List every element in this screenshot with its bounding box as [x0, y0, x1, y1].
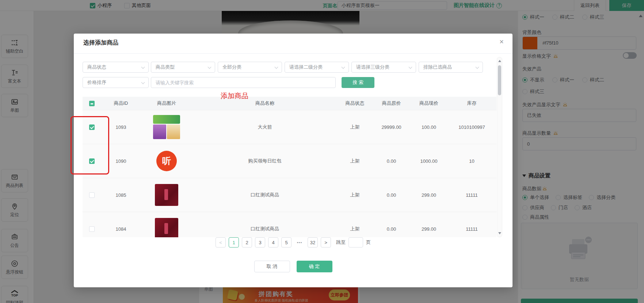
product-image	[155, 184, 178, 206]
product-logo-image: 听	[156, 151, 177, 171]
close-icon[interactable]: ×	[499, 38, 504, 45]
header-product-id: 商品ID	[101, 100, 141, 107]
level2-category-select[interactable]: 请选择二级分类	[285, 62, 349, 73]
scroll-up-icon[interactable]	[498, 60, 501, 62]
header-original-price: 商品原价	[372, 100, 411, 107]
keyword-search-input[interactable]	[151, 77, 336, 88]
page-button-3[interactable]: 3	[255, 237, 265, 248]
product-table: 商品ID 商品图片 商品名称 商品状态 商品原价 商品现价 库存 1093 大火…	[83, 97, 496, 237]
search-button[interactable]: 搜 索	[342, 77, 374, 88]
chevron-down-icon	[342, 65, 345, 69]
cancel-button[interactable]: 取 消	[254, 261, 290, 272]
table-header-row: 商品ID 商品图片 商品名称 商品状态 商品原价 商品现价 库存	[83, 97, 496, 110]
chevron-down-icon	[208, 65, 212, 69]
header-product-image: 商品图片	[141, 100, 192, 107]
row-checkbox[interactable]	[89, 226, 95, 232]
select-all-checkbox[interactable]	[89, 101, 95, 106]
scrollbar-thumb[interactable]	[498, 65, 501, 95]
table-row[interactable]: 1090 听 购买领每日红包 上架 0.00 1000.00 10	[83, 144, 496, 178]
table-row[interactable]: 1085 口红测试商品 上架 0.00 299.00 11111	[83, 178, 496, 212]
price-sort-select[interactable]: 价格排序	[83, 77, 149, 88]
page-button-32[interactable]: 32	[308, 237, 318, 248]
row-checkbox[interactable]	[89, 192, 95, 198]
scroll-down-icon[interactable]	[498, 232, 501, 234]
modal-footer: 取 消 确 定	[74, 261, 512, 272]
pagination: < 1 2 3 4 5 ••• 32 > 跳至 页	[74, 237, 512, 248]
select-product-modal: 选择添加商品 × 商品状态 商品类型 全部分类 请选择二级分类 请选择三级分类 …	[74, 34, 512, 287]
level3-category-select[interactable]: 请选择三级分类	[351, 62, 416, 73]
screen: 小程序 其他页面 页面名称 : 图片智能在线设计 ? 返回列表 保存 辅助空白 …	[0, 0, 644, 303]
table-row[interactable]: 1084 口红测试商品 上架 0.00 299.00 11111	[83, 212, 496, 237]
modal-title: 选择添加商品	[83, 39, 118, 47]
header-product-name: 商品名称	[192, 100, 338, 107]
header-stock: 库存	[447, 100, 496, 107]
next-page-button[interactable]: >	[321, 237, 331, 248]
header-product-status: 商品状态	[338, 100, 372, 107]
header-current-price: 商品现价	[411, 100, 447, 107]
product-image	[153, 115, 180, 139]
chevron-down-icon	[476, 65, 479, 69]
pagination-ellipsis[interactable]: •••	[294, 240, 305, 245]
chevron-down-icon	[409, 65, 412, 69]
page-button-4[interactable]: 4	[268, 237, 278, 248]
category-select[interactable]: 全部分类	[218, 62, 282, 73]
exclude-selected-select[interactable]: 排除已选商品	[419, 62, 483, 73]
chevron-down-icon	[275, 65, 278, 69]
page-button-1[interactable]: 1	[229, 237, 239, 248]
table-scrollbar[interactable]	[497, 57, 502, 237]
chevron-down-icon	[141, 81, 145, 84]
confirm-button[interactable]: 确 定	[297, 261, 332, 272]
page-unit-label: 页	[366, 239, 371, 246]
page-button-5[interactable]: 5	[281, 237, 291, 248]
product-status-select[interactable]: 商品状态	[83, 62, 149, 73]
prev-page-button[interactable]: <	[216, 237, 226, 248]
annotation-rectangle	[71, 116, 109, 174]
table-row[interactable]: 1093 大火箭 上架 29999.00 100.00 1010100997	[83, 110, 496, 144]
page-button-2[interactable]: 2	[242, 237, 252, 248]
divider	[74, 53, 512, 54]
chevron-down-icon	[141, 65, 145, 69]
annotation-text: 添加商品	[221, 91, 248, 101]
jump-to-label: 跳至	[336, 239, 346, 246]
jump-to-input[interactable]	[348, 237, 363, 248]
product-image	[155, 218, 178, 237]
product-type-select[interactable]: 商品类型	[151, 62, 215, 73]
